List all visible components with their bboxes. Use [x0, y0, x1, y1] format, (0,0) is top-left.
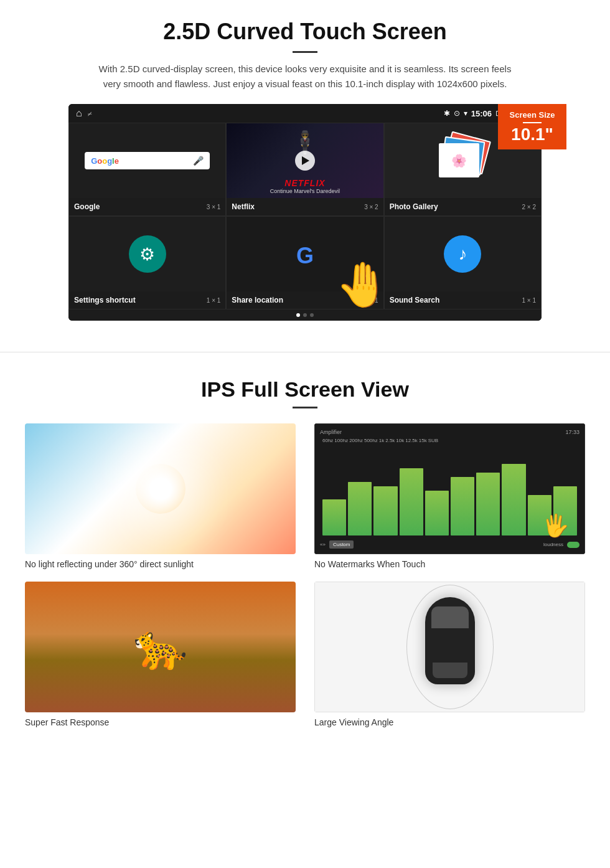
netflix-cell-bg: 🕴 NETFLIX Continue Marvel's Daredevil: [227, 123, 383, 198]
bar-8: [502, 464, 525, 535]
feature-cheetah-image: 🐆: [25, 582, 296, 712]
bar-4: [400, 468, 423, 535]
bar-7: [476, 473, 500, 535]
feature-sunlight-image: [25, 423, 296, 554]
curved-title: 2.5D Curved Touch Screen: [37, 19, 573, 45]
cheetah-caption: Super Fast Response: [25, 717, 296, 727]
settings-label-row: Settings shortcut 1 × 1: [69, 291, 225, 309]
gallery-app-size: 2 × 2: [522, 204, 536, 210]
google-app-name: Google: [74, 202, 100, 211]
app-cell-sound[interactable]: ♪ Sound Search 1 × 1: [384, 216, 542, 309]
amp-footer: «» Custom loudness: [320, 540, 580, 549]
amp-bars: 🖐: [320, 443, 580, 538]
mic-icon: 🎤: [193, 156, 204, 166]
section-curved-touch: 2.5D Curved Touch Screen With 2.5D curve…: [0, 0, 610, 333]
share-g-icon: G: [296, 243, 314, 269]
dot-1: [296, 313, 300, 317]
status-time: 15:06: [471, 109, 492, 118]
sun-glow: [136, 464, 185, 514]
feature-sunlight: No light reflecting under 360° direct su…: [25, 423, 296, 569]
netflix-logo: NETFLIX: [232, 178, 378, 188]
settings-cell-bg: ⚙: [69, 217, 225, 291]
google-label-row: Google 3 × 1: [69, 198, 225, 215]
netflix-app-name: Netflix: [232, 202, 255, 211]
share-cell-bg: G 🤚: [227, 217, 383, 291]
app-cell-google[interactable]: Google 🎤 Google 3 × 1: [68, 123, 226, 216]
dot-3: [310, 313, 314, 317]
app-grid-row2: ⚙ Settings shortcut 1 × 1 G 🤚 Sh: [68, 216, 542, 309]
car-top-view: [419, 597, 481, 697]
feature-car-image: [314, 582, 585, 712]
share-app-name: Share location: [232, 296, 283, 304]
amp-toggle: [567, 542, 580, 548]
google-logo: Google: [91, 156, 119, 166]
car-visual: [314, 582, 585, 712]
badge-value: 10.1": [507, 126, 558, 143]
sound-app-size: 1 × 1: [522, 297, 536, 304]
app-grid-row1: Google 🎤 Google 3 × 1: [68, 123, 542, 216]
feature-watermarks: Amplifier 17:33 60hz100hz200hz500hz1k2.5…: [314, 423, 585, 569]
feature-cheetah: 🐆 Super Fast Response: [25, 582, 296, 727]
car-windshield: [431, 606, 469, 628]
ips-title: IPS Full Screen View: [25, 377, 585, 402]
sunlight-caption: No light reflecting under 360° direct su…: [25, 559, 296, 569]
badge-label: Screen Size: [507, 110, 558, 120]
sound-icon: ♪: [444, 235, 481, 273]
bar-3: [373, 486, 397, 535]
section-divider: [0, 352, 610, 352]
feature-car: Large Viewing Angle: [314, 582, 585, 727]
bar-6: [451, 477, 474, 535]
ips-title-underline: [293, 407, 317, 408]
device-wrapper: Screen Size 10.1" ⌂ ⌿ ✱ ⊙ ▾ 15:06 ⊡ ◁) ⊠…: [50, 104, 560, 321]
google-cell-bg: Google 🎤: [69, 123, 225, 198]
app-cell-settings[interactable]: ⚙ Settings shortcut 1 × 1: [68, 216, 226, 309]
google-search-bar[interactable]: Google 🎤: [85, 152, 210, 169]
netflix-subtitle: Continue Marvel's Daredevil: [232, 188, 378, 194]
bar-1: [322, 499, 346, 535]
wifi-icon: ▾: [464, 109, 467, 118]
amp-custom-btn: Custom: [329, 540, 354, 549]
location-icon: ⊙: [454, 109, 460, 118]
app-cell-share[interactable]: G 🤚 Share location 1 × 1: [226, 216, 383, 309]
car-caption: Large Viewing Angle: [314, 717, 585, 727]
car-body: [425, 597, 475, 684]
amp-freq-labels: 60hz100hz200hz500hz1k2.5k10k12.5k15kSUB: [320, 438, 580, 443]
usb-icon: ⌿: [87, 108, 92, 118]
amp-header: Amplifier 17:33: [320, 429, 580, 435]
sound-label-row: Sound Search 1 × 1: [385, 291, 541, 309]
netflix-play-button[interactable]: [295, 151, 315, 171]
screen-size-badge: Screen Size 10.1": [498, 104, 566, 149]
sunlight-visual: [25, 423, 296, 554]
section-ips: IPS Full Screen View No light reflecting…: [0, 371, 610, 746]
app-cell-netflix[interactable]: 🕴 NETFLIX Continue Marvel's Daredevil Ne…: [226, 123, 383, 216]
watermarks-caption: No Watermarks When Touch: [314, 559, 585, 569]
netflix-app-size: 3 × 2: [364, 204, 378, 210]
gallery-card-3: 🌸: [439, 143, 479, 177]
hand-pointing-icon: 🤚: [336, 259, 390, 310]
settings-app-name: Settings shortcut: [74, 296, 136, 304]
dots-indicator: [68, 309, 542, 321]
device-frame: ⌂ ⌿ ✱ ⊙ ▾ 15:06 ⊡ ◁) ⊠ ▭: [68, 104, 542, 321]
feature-grid: No light reflecting under 360° direct su…: [25, 423, 585, 727]
netflix-label-row: Netflix 3 × 2: [227, 198, 383, 215]
settings-icon: ⚙: [129, 235, 166, 273]
feature-watermarks-image: Amplifier 17:33 60hz100hz200hz500hz1k2.5…: [314, 423, 585, 554]
cheetah-icon: 🐆: [133, 621, 187, 672]
amplifier-visual: Amplifier 17:33 60hz100hz200hz500hz1k2.5…: [314, 423, 585, 554]
netflix-overlay: NETFLIX Continue Marvel's Daredevil: [227, 174, 383, 198]
hand-on-screen-icon: 🖐: [542, 513, 570, 539]
amp-loudness-label: loudness: [543, 542, 563, 547]
curved-description: With 2.5D curved-display screen, this de…: [93, 62, 517, 92]
car-trunk: [433, 663, 467, 678]
title-underline: [293, 51, 317, 53]
sound-cell-bg: ♪: [385, 217, 541, 291]
bluetooth-icon: ✱: [444, 109, 450, 118]
settings-app-size: 1 × 1: [207, 297, 221, 304]
sound-app-name: Sound Search: [390, 296, 440, 304]
gallery-label-row: Photo Gallery 2 × 2: [385, 198, 541, 215]
badge-line: [523, 122, 542, 123]
amp-arrow: «»: [320, 542, 326, 547]
gallery-stack: 🌸: [438, 136, 487, 186]
bar-5: [425, 491, 449, 535]
home-icon: ⌂: [76, 108, 82, 119]
